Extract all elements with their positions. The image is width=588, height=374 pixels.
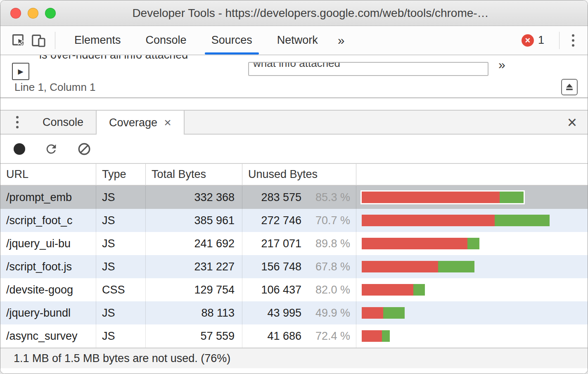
inspect-element-icon[interactable]: [9, 31, 28, 50]
drawer-tab-bar: Console Coverage × ×: [0, 110, 588, 135]
cell-total-bytes: 385 961: [146, 209, 242, 232]
devtools-window: Developer Tools - https://developers.goo…: [0, 0, 588, 374]
used-bar-segment: [383, 307, 405, 319]
table-row[interactable]: /async_surveyJS57 55941 68672.4 %: [0, 324, 588, 348]
sources-overflow-chevron[interactable]: »: [498, 58, 505, 72]
tab-elements[interactable]: Elements: [62, 26, 133, 54]
sources-clipped-row: is over-ridden all info attached what in…: [0, 55, 588, 77]
cell-unused-bytes: 272 74670.7 %: [242, 209, 356, 232]
table-row[interactable]: /script_foot.jsJS231 227156 74867.8 %: [0, 255, 588, 278]
unused-percent: 67.8 %: [301, 260, 350, 273]
drawer-menu-icon[interactable]: [0, 111, 30, 134]
play-icon[interactable]: ▶: [12, 63, 29, 80]
usage-bar: [362, 307, 405, 319]
sources-clipped-text: is over-ridden all info attached: [39, 55, 237, 62]
sources-search-input-text: what info attached: [253, 62, 340, 70]
error-icon: ×: [522, 34, 534, 47]
close-window-button[interactable]: [10, 8, 21, 19]
cell-unused-bytes: 156 74867.8 %: [242, 255, 356, 278]
tab-network-label: Network: [277, 34, 318, 47]
devtools-toolbar: Elements Console Sources Network » × 1: [0, 26, 588, 55]
toolbar-separator: [55, 32, 55, 49]
unused-percent: 70.7 %: [301, 214, 350, 227]
cell-url: /prompt_emb: [0, 186, 96, 209]
zoom-window-button[interactable]: [45, 8, 56, 19]
table-row[interactable]: /prompt_embJS332 368283 57585.3 %: [0, 186, 588, 209]
table-row[interactable]: /jquery-bundlJS88 11343 99549.9 %: [0, 301, 588, 324]
reload-icon[interactable]: [44, 142, 58, 156]
drawer-close-icon[interactable]: ×: [557, 111, 588, 134]
used-bar-segment: [382, 330, 390, 342]
unused-bar-segment: [362, 284, 413, 296]
device-toolbar-icon[interactable]: [28, 31, 48, 50]
cell-unused-bytes: 283 57585.3 %: [242, 186, 356, 209]
usage-bar: [362, 261, 474, 272]
cell-type: JS: [96, 301, 146, 324]
sources-panel-gap: [0, 98, 588, 110]
unused-bar-segment: [362, 238, 467, 249]
table-row[interactable]: /devsite-googCSS129 754106 43782.0 %: [0, 278, 588, 301]
unused-percent: 82.0 %: [301, 284, 350, 296]
cell-total-bytes: 57 559: [146, 324, 242, 348]
cursor-position-label: Line 1, Column 1: [14, 81, 96, 94]
record-coverage-icon[interactable]: [14, 143, 25, 155]
cell-usage-bar: [356, 255, 588, 278]
table-row[interactable]: /jquery_ui-buJS241 692217 07189.8 %: [0, 232, 588, 255]
drawer-tab-console[interactable]: Console: [30, 111, 96, 134]
minimize-window-button[interactable]: [28, 8, 38, 19]
cell-unused-bytes: 106 43782.0 %: [242, 278, 356, 301]
unused-percent: 49.9 %: [301, 307, 350, 320]
more-tabs-chevron[interactable]: »: [330, 33, 352, 47]
usage-bar: [362, 284, 425, 296]
toolbar-separator: [559, 32, 560, 49]
used-bar-segment: [438, 261, 474, 272]
cell-usage-bar: [356, 186, 588, 209]
tab-network[interactable]: Network: [265, 26, 330, 54]
coverage-summary-text: 1.1 MB of 1.5 MB bytes are not used. (76…: [14, 352, 230, 365]
more-options-icon[interactable]: [566, 30, 580, 51]
clear-coverage-icon[interactable]: [77, 142, 91, 156]
eject-icon[interactable]: [561, 79, 578, 95]
usage-bar: [362, 192, 524, 203]
drawer-tab-coverage[interactable]: Coverage ×: [96, 111, 185, 135]
cell-type: CSS: [96, 278, 146, 301]
cell-usage-bar: [356, 232, 588, 255]
header-unused-bytes[interactable]: Unused Bytes: [242, 164, 356, 185]
used-bar-segment: [467, 238, 479, 249]
error-badge[interactable]: × 1: [513, 34, 552, 47]
coverage-summary-bar: 1.1 MB of 1.5 MB bytes are not used. (76…: [0, 348, 588, 368]
window-title: Developer Tools - https://developers.goo…: [50, 7, 571, 20]
unused-bar-segment: [362, 330, 382, 342]
cell-url: /script_foot_c: [0, 209, 96, 232]
cell-url: /async_survey: [0, 324, 96, 348]
cell-type: JS: [96, 232, 146, 255]
active-tab-underline: [205, 52, 259, 54]
cell-type: JS: [96, 186, 146, 209]
cell-total-bytes: 129 754: [146, 278, 242, 301]
cell-total-bytes: 88 113: [146, 301, 242, 324]
unused-bar-segment: [362, 307, 383, 319]
titlebar: Developer Tools - https://developers.goo…: [0, 0, 588, 26]
cell-total-bytes: 231 227: [146, 255, 242, 278]
cell-url: /jquery_ui-bu: [0, 232, 96, 255]
drawer-tab-console-label: Console: [43, 116, 83, 129]
header-total-bytes[interactable]: Total Bytes: [146, 164, 242, 185]
error-count: 1: [538, 34, 544, 47]
unused-bytes-value: 106 437: [242, 284, 301, 296]
header-url[interactable]: URL: [0, 164, 96, 185]
unused-percent: 72.4 %: [301, 330, 350, 343]
unused-bytes-value: 43 995: [242, 307, 301, 320]
tab-console[interactable]: Console: [133, 26, 199, 54]
sources-panel-strip: is over-ridden all info attached what in…: [0, 55, 588, 98]
unused-bar-segment: [362, 192, 500, 203]
cell-usage-bar: [356, 278, 588, 301]
cell-type: JS: [96, 255, 146, 278]
table-row[interactable]: /script_foot_cJS385 961272 74670.7 %: [0, 209, 588, 232]
sources-search-input[interactable]: what info attached: [248, 62, 488, 76]
header-type[interactable]: Type: [96, 164, 146, 185]
tab-elements-label: Elements: [74, 34, 121, 47]
coverage-tab-close-icon[interactable]: ×: [164, 116, 171, 129]
tab-sources[interactable]: Sources: [199, 26, 265, 54]
unused-bytes-value: 283 575: [242, 191, 301, 204]
drawer-tab-coverage-label: Coverage: [109, 116, 157, 129]
